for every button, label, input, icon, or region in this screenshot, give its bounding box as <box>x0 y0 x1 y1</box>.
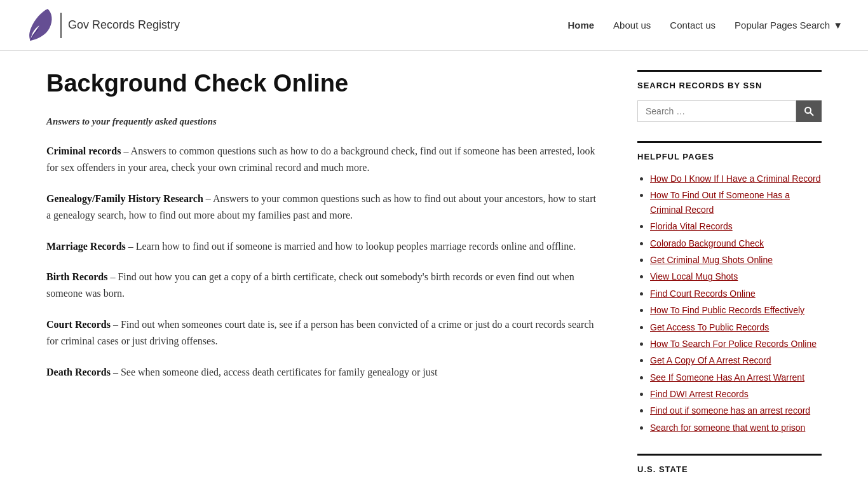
search-input[interactable] <box>637 100 796 122</box>
section-genealogy: Genealogy/Family History Research – Answ… <box>46 191 599 224</box>
list-item: See If Someone Has An Arrest Warrent <box>650 370 822 384</box>
sidebar-us-state: U.S. STATE <box>637 454 822 474</box>
section-marriage-title: Marriage Records <box>46 241 126 252</box>
sidebar-divider-helpful <box>637 141 822 143</box>
helpful-pages-list: How Do I Know If I Have a Criminal Recor… <box>637 172 822 435</box>
list-item: Search for someone that went to prison <box>650 421 822 435</box>
list-item: Find out if someone has an arrest record <box>650 403 822 417</box>
helpful-page-link[interactable]: Get A Copy Of A Arrest Record <box>650 355 771 365</box>
section-court-text: – Find out when someones court date is, … <box>46 319 594 346</box>
list-item: How To Search For Police Records Online <box>650 337 822 351</box>
section-birth-title: Birth Records <box>46 271 107 282</box>
helpful-page-link[interactable]: Find DWI Arrest Records <box>650 389 749 399</box>
helpful-page-link[interactable]: Get Access To Public Records <box>650 322 769 332</box>
list-item: Colorado Background Check <box>650 236 822 250</box>
section-death-records: Death Records – See when someone died, a… <box>46 364 599 381</box>
helpful-page-link[interactable]: View Local Mug Shots <box>650 271 738 281</box>
helpful-page-link[interactable]: Colorado Background Check <box>650 238 764 248</box>
helpful-page-link[interactable]: How To Find Out If Someone Has a Crimina… <box>650 190 790 214</box>
sidebar-search-title: SEARCH RECORDS BY SSN <box>637 81 822 90</box>
section-death-title: Death Records <box>46 367 111 377</box>
site-header: Gov Records Registry Home About us Conta… <box>0 0 868 51</box>
section-death-text: – See when someone died, access death ce… <box>113 367 437 377</box>
sidebar-divider-us-state <box>637 454 822 456</box>
search-button[interactable] <box>796 100 822 122</box>
section-court-records: Court Records – Find out when someones c… <box>46 316 599 350</box>
section-marriage-text: – Learn how to find out if someone is ma… <box>128 241 576 252</box>
list-item: How Do I Know If I Have a Criminal Recor… <box>650 172 822 186</box>
nav-contact[interactable]: Contact us <box>670 20 715 30</box>
search-box-area <box>637 100 822 122</box>
logo-feather-icon <box>25 8 54 43</box>
search-icon <box>804 106 814 116</box>
page-title: Background Check Online <box>46 70 599 97</box>
helpful-page-link[interactable]: See If Someone Has An Arrest Warrent <box>650 372 804 383</box>
svg-point-0 <box>805 107 811 113</box>
chevron-down-icon: ▼ <box>833 20 843 30</box>
section-birth-records: Birth Records – Find out how you can get… <box>46 269 599 302</box>
nav-home[interactable]: Home <box>567 20 594 30</box>
list-item: Find DWI Arrest Records <box>650 387 822 401</box>
list-item: View Local Mug Shots <box>650 269 822 283</box>
list-item: Florida Vital Records <box>650 219 822 233</box>
sidebar-helpful-pages: HELPFUL PAGES How Do I Know If I Have a … <box>637 141 822 435</box>
page-wrapper: Background Check Online Answers to your … <box>21 51 847 488</box>
helpful-page-link[interactable]: Find out if someone has an arrest record <box>650 405 810 416</box>
main-content: Background Check Online Answers to your … <box>46 70 599 488</box>
list-item: Get Access To Public Records <box>650 320 822 334</box>
list-item: Get A Copy Of A Arrest Record <box>650 353 822 367</box>
main-nav: Home About us Contact us Popular Pages S… <box>567 20 843 30</box>
section-criminal-records-title: Criminal records <box>46 146 121 156</box>
list-item: Find Court Records Online <box>650 287 822 301</box>
sidebar-divider-search <box>637 70 822 72</box>
sidebar: SEARCH RECORDS BY SSN HELPFUL PAGES How … <box>637 70 822 488</box>
nav-about[interactable]: About us <box>613 20 651 30</box>
section-court-title: Court Records <box>46 319 111 330</box>
helpful-page-link[interactable]: Florida Vital Records <box>650 221 733 231</box>
list-item: How To Find Public Records Effectively <box>650 303 822 317</box>
sidebar-search-section: SEARCH RECORDS BY SSN <box>637 70 822 122</box>
svg-line-1 <box>810 112 813 116</box>
list-item: Get Criminal Mug Shots Online <box>650 253 822 267</box>
helpful-page-link[interactable]: How To Find Public Records Effectively <box>650 305 804 315</box>
page-subtitle: Answers to your frequently asked questio… <box>46 116 599 127</box>
logo-area: Gov Records Registry <box>25 8 180 43</box>
helpful-page-link[interactable]: Get Criminal Mug Shots Online <box>650 255 773 265</box>
list-item: How To Find Out If Someone Has a Crimina… <box>650 188 822 217</box>
helpful-page-link[interactable]: How Do I Know If I Have a Criminal Recor… <box>650 173 820 184</box>
nav-popular-pages[interactable]: Popular Pages Search ▼ <box>735 20 843 30</box>
helpful-page-link[interactable]: Find Court Records Online <box>650 288 756 299</box>
sidebar-helpful-title: HELPFUL PAGES <box>637 152 822 161</box>
section-criminal-records-text: – Answers to common questions such as ho… <box>46 146 595 173</box>
section-genealogy-title: Genealogy/Family History Research <box>46 193 203 204</box>
sidebar-us-state-title: U.S. STATE <box>637 464 822 474</box>
helpful-page-link[interactable]: How To Search For Police Records Online <box>650 339 817 349</box>
section-marriage-records: Marriage Records – Learn how to find out… <box>46 238 599 255</box>
logo-divider <box>60 13 62 38</box>
logo-text: Gov Records Registry <box>68 18 180 32</box>
section-criminal-records: Criminal records – Answers to common que… <box>46 143 599 177</box>
helpful-page-link[interactable]: Search for someone that went to prison <box>650 423 805 433</box>
section-birth-text: – Find out how you can get a copy of a b… <box>46 271 574 299</box>
